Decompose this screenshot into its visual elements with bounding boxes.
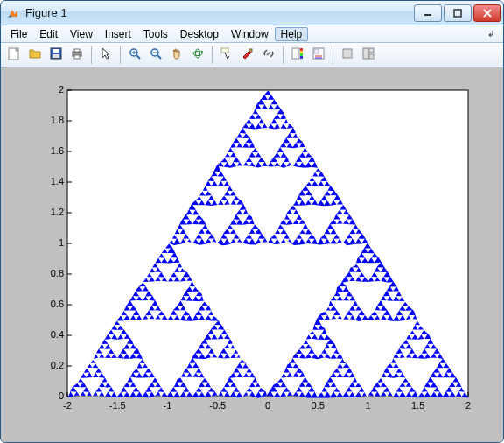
ytick-label: 0 (38, 390, 64, 401)
hide-tools-icon (340, 46, 354, 63)
window-title: Figure 1 (25, 6, 414, 19)
svg-rect-20 (221, 48, 228, 53)
xtick-label: -0.5 (207, 400, 228, 411)
legend-icon (312, 46, 326, 63)
svg-rect-34 (369, 48, 374, 53)
pointer-button[interactable] (96, 46, 116, 65)
svg-rect-9 (74, 49, 80, 52)
new-figure-button[interactable] (4, 46, 24, 65)
ytick-label: 0.8 (38, 268, 64, 278)
svg-line-12 (136, 55, 140, 59)
menu-insert[interactable]: Insert (99, 27, 137, 41)
toolbar (1, 43, 503, 67)
open-icon (28, 46, 42, 63)
colorbar-icon (290, 46, 304, 63)
xtick-label: 1 (358, 400, 379, 411)
hide-tools-button[interactable] (338, 46, 357, 65)
xtick-label: -1.5 (107, 400, 128, 411)
ytick-label: 1.2 (38, 207, 64, 217)
svg-rect-26 (300, 53, 303, 56)
svg-rect-27 (300, 56, 303, 59)
svg-rect-1 (454, 10, 461, 17)
xtick-label: 0.5 (307, 400, 328, 411)
menu-file[interactable]: File (4, 27, 33, 41)
svg-rect-29 (314, 49, 318, 53)
data-cursor-button[interactable] (217, 46, 236, 65)
link-button[interactable] (259, 46, 278, 65)
toolbar-separator (212, 46, 213, 64)
svg-point-19 (196, 49, 200, 58)
menu-help[interactable]: Help (275, 27, 309, 41)
axes[interactable] (1, 67, 503, 442)
pan-icon (170, 46, 184, 63)
link-icon (262, 46, 276, 63)
zoom-out-button[interactable] (146, 46, 165, 65)
xtick-label: 1.5 (408, 400, 429, 411)
legend-button[interactable] (309, 46, 328, 65)
show-tools-icon (361, 46, 375, 63)
toolbar-separator (120, 46, 121, 64)
matlab-icon (6, 6, 20, 20)
colorbar-button[interactable] (288, 46, 307, 65)
zoom-out-icon (149, 46, 163, 63)
sierpinski-plot (67, 90, 468, 398)
svg-rect-10 (74, 55, 80, 59)
xtick-label: 0 (257, 400, 278, 411)
ytick-label: 0.6 (38, 299, 64, 309)
pan-button[interactable] (167, 46, 186, 65)
menu-window[interactable]: Window (225, 27, 275, 41)
svg-rect-7 (52, 54, 60, 58)
save-icon (49, 46, 63, 63)
menu-view[interactable]: View (64, 27, 99, 41)
zoom-in-button[interactable] (125, 46, 144, 65)
ytick-label: 2 (38, 84, 64, 95)
toolbar-separator (283, 46, 284, 64)
menu-tools[interactable]: Tools (137, 27, 174, 41)
svg-rect-32 (343, 49, 352, 58)
rotate-3d-icon (191, 46, 205, 63)
print-icon (70, 46, 84, 63)
window-buttons (414, 4, 501, 22)
figure-window: Figure 1 FileEditViewInsertToolsDesktopW… (0, 0, 504, 443)
open-button[interactable] (25, 46, 45, 65)
svg-rect-21 (249, 49, 252, 52)
ytick-label: 0.2 (38, 360, 64, 370)
ytick-label: 0.4 (38, 329, 64, 340)
xtick-label: -1 (158, 400, 178, 411)
figure-client: -2-1.5-1-0.500.511.5200.20.40.60.811.21.… (1, 67, 503, 442)
svg-rect-23 (292, 48, 299, 59)
ytick-label: 1.4 (38, 176, 64, 186)
brush-icon (241, 46, 255, 63)
toolbar-separator (91, 46, 92, 64)
svg-line-16 (158, 55, 161, 59)
save-button[interactable] (46, 46, 66, 65)
svg-rect-6 (53, 49, 59, 53)
xtick-label: -2 (57, 400, 78, 411)
show-tools-button[interactable] (359, 46, 378, 65)
maximize-button[interactable] (444, 4, 472, 22)
menu-edit[interactable]: Edit (33, 27, 64, 41)
xtick-label: 2 (458, 400, 479, 411)
rotate-3d-button[interactable] (188, 46, 207, 65)
ytick-label: 1 (38, 237, 64, 248)
data-cursor-icon (220, 46, 234, 63)
svg-rect-35 (369, 54, 374, 59)
toolbar-separator (332, 46, 333, 64)
svg-point-18 (193, 52, 202, 56)
menu-desktop[interactable]: Desktop (174, 27, 225, 41)
close-button[interactable] (473, 4, 501, 22)
dock-icon[interactable]: ↲ (482, 29, 500, 39)
menubar: FileEditViewInsertToolsDesktopWindowHelp… (1, 25, 503, 43)
ytick-label: 1.8 (38, 115, 64, 125)
minimize-button[interactable] (414, 4, 442, 22)
titlebar: Figure 1 (1, 1, 503, 25)
zoom-in-icon (128, 46, 142, 63)
svg-rect-33 (363, 48, 368, 59)
new-figure-icon (7, 46, 21, 63)
svg-rect-25 (300, 51, 303, 53)
ytick-label: 1.6 (38, 145, 64, 156)
pointer-icon (99, 46, 113, 63)
brush-button[interactable] (238, 46, 257, 65)
svg-rect-24 (300, 48, 303, 51)
print-button[interactable] (67, 46, 87, 65)
